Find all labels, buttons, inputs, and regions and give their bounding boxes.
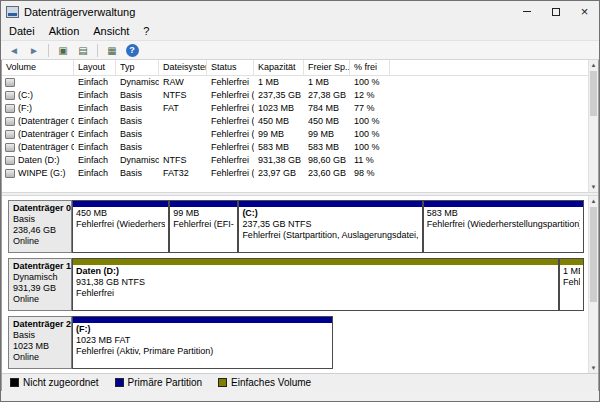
volume-name: (F:) [18, 102, 32, 115]
volume-icon [5, 143, 15, 152]
window-controls: × [512, 1, 599, 22]
unallocated-swatch-icon [10, 378, 19, 387]
volume-icon [5, 156, 15, 165]
partition[interactable]: 99 MB Fehlerfrei (EFI-Systempartition) [169, 200, 238, 253]
close-icon: × [581, 5, 589, 18]
partition[interactable]: (F:) 1023 MB FAT Fehlerfrei (Aktiv, Prim… [72, 316, 333, 369]
maximize-button[interactable] [541, 1, 570, 22]
cell-dateisystem: NTFS [159, 89, 207, 102]
minimize-button[interactable] [512, 1, 541, 22]
legend-bar: Nicht zugeordnet Primäre Partition Einfa… [2, 373, 598, 391]
cell-layout: Einfach [74, 76, 116, 89]
disk-view-button[interactable]: ▦ [103, 42, 121, 58]
back-button[interactable]: ◄ [5, 42, 23, 58]
cell-kapazitaet: 583 MB [254, 141, 304, 154]
scroll-down-icon[interactable]: ▼ [589, 363, 598, 373]
table-row[interactable]: Daten (D:) Einfach Dynamisch NTFS Fehler… [2, 154, 598, 167]
export-list-button[interactable]: ▤ [74, 42, 92, 58]
cell-frei: 450 MB [304, 115, 350, 128]
partition[interactable]: 1 MB Fehlerfrei [559, 258, 584, 311]
volume-icon [5, 130, 15, 139]
cell-frei: 23,60 GB [304, 167, 350, 180]
forward-button[interactable]: ► [25, 42, 43, 58]
cell-dateisystem: RAW [159, 76, 207, 89]
disk-row-0: Datenträger 0 Basis 238,46 GB Online 450… [8, 200, 584, 253]
help-icon: ? [126, 44, 139, 57]
menu-ansicht[interactable]: Ansicht [86, 23, 136, 39]
table-scrollbar[interactable]: ▲ ▼ [588, 60, 598, 192]
help-button[interactable]: ? [123, 42, 141, 58]
table-row[interactable]: (Datenträger 0 Par... Einfach Basis Fehl… [2, 141, 598, 154]
scrollbar-thumb[interactable] [590, 207, 597, 302]
partition[interactable]: 583 MB Fehlerfrei (Wiederherstellungspar… [423, 200, 584, 253]
scroll-down-icon[interactable]: ▼ [589, 182, 598, 192]
partition-title: Daten (D:) [76, 266, 555, 277]
console-tree-icon: ▣ [58, 45, 67, 56]
table-row[interactable]: Einfach Dynamisch RAW Fehlerfrei 1 MB 1 … [2, 76, 598, 89]
col-status[interactable]: Status [207, 60, 254, 75]
table-row[interactable]: (C:) Einfach Basis NTFS Fehlerfrei (... … [2, 89, 598, 102]
cell-kapazitaet: 931,38 GB [254, 154, 304, 167]
disk-header[interactable]: Datenträger 2 Basis 1023 MB Online [8, 316, 72, 369]
cell-kapazitaet: 450 MB [254, 115, 304, 128]
close-button[interactable]: × [570, 1, 599, 22]
volume-name: (C:) [18, 89, 33, 102]
cell-frei: 784 MB [304, 102, 350, 115]
scroll-up-icon[interactable]: ▲ [589, 60, 598, 70]
legend-primary-partition: Primäre Partition [115, 377, 202, 388]
partition-status: Fehlerfrei (Startpartition, Auslagerungs… [242, 230, 418, 241]
partition[interactable]: (C:) 237,35 GB NTFS Fehlerfrei (Startpar… [238, 200, 422, 253]
col-freier-sp[interactable]: Freier Sp... [304, 60, 350, 75]
table-row[interactable]: WINPE (G:) Einfach Basis FAT32 Fehlerfre… [2, 167, 598, 180]
primary-partition-swatch-icon [115, 378, 124, 387]
partition-status: Fehlerfrei [563, 277, 580, 288]
export-list-icon: ▤ [78, 45, 87, 56]
partition[interactable]: Daten (D:) 931,38 GB NTFS Fehlerfrei [72, 258, 559, 311]
partition-title: (F:) [76, 324, 329, 335]
table-row[interactable]: (Datenträger 0 Par... Einfach Basis Fehl… [2, 115, 598, 128]
app-disk-icon [6, 6, 19, 18]
partition-status: Fehlerfrei (Wiederherstellungspartition) [76, 219, 165, 230]
col-prozent-frei[interactable]: % frei [350, 60, 390, 75]
cell-kapazitaet: 1023 MB [254, 102, 304, 115]
cell-frei: 583 MB [304, 141, 350, 154]
col-dateisystem[interactable]: Dateisystem [159, 60, 207, 75]
volume-icon [5, 169, 15, 178]
cell-dateisystem: NTFS [159, 154, 207, 167]
disk-size: 931,39 GB [13, 283, 67, 294]
volume-name: (Datenträger 0 Par... [18, 141, 74, 154]
scrollbar-thumb[interactable] [590, 71, 597, 116]
col-typ[interactable]: Typ [116, 60, 159, 75]
cell-layout: Einfach [74, 102, 116, 115]
disk-row-2: Datenträger 2 Basis 1023 MB Online (F:) … [8, 316, 584, 369]
col-kapazitaet[interactable]: Kapazität [254, 60, 304, 75]
table-row[interactable]: (F:) Einfach Basis FAT Fehlerfrei (... 1… [2, 102, 598, 115]
menu-datei[interactable]: Datei [2, 23, 42, 39]
table-row[interactable]: (Datenträger 0 Par... Einfach Basis Fehl… [2, 128, 598, 141]
menu-hilfe[interactable]: ? [136, 23, 156, 39]
disk-name: Datenträger 0 [13, 203, 67, 214]
scroll-up-icon[interactable]: ▲ [589, 196, 598, 206]
cell-layout: Einfach [74, 115, 116, 128]
partition[interactable]: 450 MB Fehlerfrei (Wiederherstellungspar… [72, 200, 169, 253]
menu-aktion[interactable]: Aktion [42, 23, 87, 39]
legend-simple-volume: Einfaches Volume [218, 377, 311, 388]
col-layout[interactable]: Layout [74, 60, 116, 75]
cell-layout: Einfach [74, 154, 116, 167]
partition-title: (C:) [242, 208, 418, 219]
title-bar[interactable]: Datenträgerverwaltung × [1, 1, 599, 22]
disk-header[interactable]: Datenträger 0 Basis 238,46 GB Online [8, 200, 72, 253]
cell-status: Fehlerfrei [207, 76, 254, 89]
disk-status: Online [13, 236, 67, 247]
volume-icon [5, 104, 15, 113]
volume-icon [5, 91, 15, 100]
disk-name: Datenträger 2 [13, 319, 67, 330]
volume-icon [5, 117, 15, 126]
col-volume[interactable]: Volume [2, 60, 74, 75]
console-tree-button[interactable]: ▣ [54, 42, 72, 58]
disk-header[interactable]: Datenträger 1 Dynamisch 931,39 GB Online [8, 258, 72, 311]
graph-scrollbar[interactable]: ▲ ▼ [588, 196, 598, 373]
partition-status: Fehlerfrei (EFI-Systempartition) [173, 219, 234, 230]
disk-view-icon: ▦ [107, 45, 116, 56]
toolbar-separator [48, 44, 49, 57]
